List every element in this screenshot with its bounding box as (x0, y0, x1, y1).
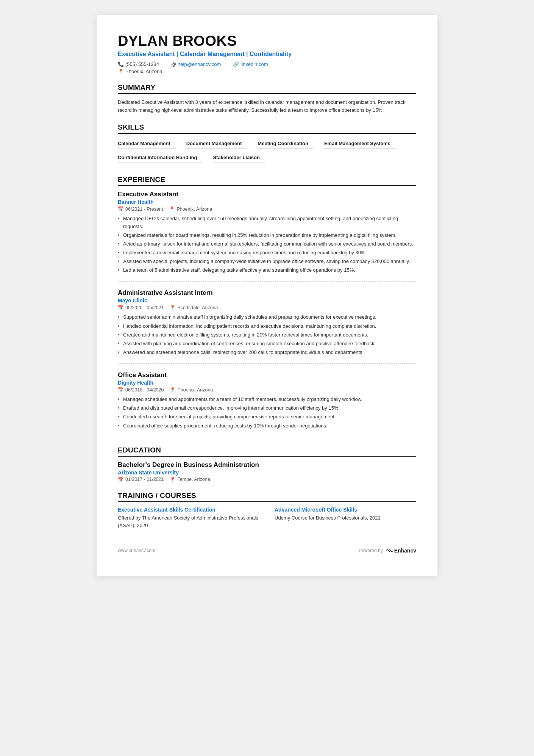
bullet-item: Conducted research for special projects,… (118, 413, 416, 421)
job-meta-1: 📅 05/2020 - 05/2021 📍 Scottsdale, Arizon… (118, 305, 416, 310)
job-title-2: Office Assistant (118, 371, 416, 379)
location-icon-1: 📍 (170, 305, 176, 310)
calendar-icon-2: 📅 (118, 387, 124, 393)
edu-degree-0: Bachelor's Degree in Business Administra… (118, 461, 416, 469)
bullet-item: Organized materials for board meetings, … (118, 232, 416, 239)
candidate-title: Executive Assistant | Calendar Managemen… (118, 51, 416, 58)
job-meta-0: 📅 06/2021 - Present 📍 Phoenix, Arizona (118, 206, 416, 212)
footer-brand: Powered by Enhancv (359, 548, 416, 554)
bullet-item: Assisted with planning and coordination … (118, 340, 416, 347)
enhancv-logo: Enhancv (385, 548, 416, 554)
resume-footer: www.enhancv.com Powered by Enhancv (118, 548, 416, 554)
linkedin-contact: 🔗 linkedin.com (233, 61, 268, 67)
training-course-title-1: Advanced Microsoft Office Skills (275, 507, 416, 513)
company-0: Banner Health (118, 199, 416, 205)
bullet-item: Assisted with special projects, includin… (118, 258, 416, 265)
company-2: Dignity Health (118, 380, 416, 386)
edu-dates-0: 📅 01/2017 - 01/2021 (118, 477, 164, 482)
location-row: 📍 Phoenix, Arizona (118, 69, 416, 74)
bullet-item: Implemented a new email management syste… (118, 249, 416, 257)
bullet-item: Acted as primary liaison for internal an… (118, 240, 416, 248)
job-dates-1: 📅 05/2020 - 05/2021 (118, 305, 164, 310)
bullet-item: Drafted and distributed email correspond… (118, 404, 416, 412)
bullet-item: Answered and screened telephone calls, r… (118, 349, 416, 356)
skills-title: SKILLS (118, 123, 416, 134)
location-pin-icon: 📍 (118, 69, 124, 74)
location-text: Phoenix, Arizona (125, 69, 162, 74)
edu-block-0: Bachelor's Degree in Business Administra… (118, 461, 416, 482)
job-block-2: Office Assistant Dignity Health 📅 06/201… (118, 371, 416, 437)
bullet-item: Managed schedules and appointments for a… (118, 396, 416, 403)
bullet-item: Led a team of 5 administrative staff, de… (118, 266, 416, 274)
job-title-0: Executive Assistant (118, 191, 416, 198)
calendar-icon-1: 📅 (118, 305, 124, 310)
linkedin-url: linkedin.com (240, 61, 268, 67)
resume-header: DYLAN BROOKS Executive Assistant | Calen… (118, 33, 416, 74)
job-location-2: 📍 Phoenix, Arizona (170, 387, 213, 393)
email-icon: @ (171, 61, 176, 67)
company-1: Mayo Clinic (118, 297, 416, 304)
training-desc-1: Udemy Course for Business Professionals,… (275, 514, 416, 522)
job-dates-0: 📅 06/2021 - Present (118, 206, 163, 212)
enhancv-brand-name: Enhancv (394, 548, 416, 554)
bullet-item: Managed CEO's calendar, scheduling over … (118, 215, 416, 230)
calendar-icon-0: 📅 (118, 206, 124, 212)
job-bullets-0: Managed CEO's calendar, scheduling over … (118, 215, 416, 274)
footer-website: www.enhancv.com (118, 548, 155, 553)
skill-item: Document Management (186, 138, 247, 149)
link-icon: 🔗 (233, 61, 239, 67)
email-contact: @ help@enhancv.com (171, 61, 221, 67)
skill-item: Confidential Information Handling (118, 152, 202, 163)
training-section: TRAINING / COURSES Executive Assistant S… (118, 491, 416, 529)
contact-row: 📞 (555) 555-1234 @ help@enhancv.com 🔗 li… (118, 61, 416, 67)
experience-section: EXPERIENCE Executive Assistant Banner He… (118, 175, 416, 437)
job-block-1: Administrative Assistant Intern Mayo Cli… (118, 289, 416, 364)
edu-school-0: Arizona State University (118, 470, 416, 476)
training-grid: Executive Assistant Skills Certification… (118, 507, 416, 529)
powered-by-text: Powered by (359, 548, 383, 553)
training-item-0: Executive Assistant Skills Certification… (118, 507, 259, 529)
training-desc-0: Offered by The American Society of Admin… (118, 514, 259, 529)
skills-grid: Calendar Management Document Management … (118, 138, 416, 166)
email-address: help@enhancv.com (178, 61, 221, 67)
job-location-1: 📍 Scottsdale, Arizona (170, 305, 218, 310)
candidate-name: DYLAN BROOKS (118, 33, 416, 49)
bullet-item: Supported senior administrative staff in… (118, 313, 416, 321)
skill-item: Email Management Systems (324, 138, 396, 149)
training-item-1: Advanced Microsoft Office Skills Udemy C… (275, 507, 416, 529)
location-icon-2: 📍 (170, 387, 176, 393)
skills-section: SKILLS Calendar Management Document Mana… (118, 123, 416, 166)
job-bullets-1: Supported senior administrative staff in… (118, 313, 416, 356)
phone-contact: 📞 (555) 555-1234 (118, 61, 159, 67)
summary-section: SUMMARY Dedicated Executive Assistant wi… (118, 83, 416, 114)
bullet-item: Coordinated office supplies procurement,… (118, 422, 416, 430)
skill-item: Meeting Coordination (258, 138, 314, 149)
training-title: TRAINING / COURSES (118, 491, 416, 502)
education-section: EDUCATION Bachelor's Degree in Business … (118, 446, 416, 482)
job-location-0: 📍 Phoenix, Arizona (169, 206, 212, 212)
job-meta-2: 📅 06/2018 - 04/2020 📍 Phoenix, Arizona (118, 387, 416, 393)
enhancv-logo-icon (385, 548, 393, 553)
location-edu-icon: 📍 (170, 477, 176, 482)
edu-meta-0: 📅 01/2017 - 01/2021 📍 Tempe, Arizona (118, 477, 416, 482)
education-title: EDUCATION (118, 446, 416, 457)
edu-location-0: 📍 Tempe, Arizona (170, 477, 210, 482)
job-block-0: Executive Assistant Banner Health 📅 06/2… (118, 191, 416, 282)
training-course-title-0: Executive Assistant Skills Certification (118, 507, 259, 513)
job-dates-2: 📅 06/2018 - 04/2020 (118, 387, 164, 393)
location-icon-0: 📍 (169, 206, 175, 212)
phone-number: (555) 555-1234 (125, 61, 159, 67)
phone-icon: 📞 (118, 61, 124, 67)
skill-item: Stakeholder Liaison (213, 152, 265, 163)
skill-item: Calendar Management (118, 138, 176, 149)
job-title-1: Administrative Assistant Intern (118, 289, 416, 297)
bullet-item: Created and maintained electronic filing… (118, 331, 416, 339)
job-bullets-2: Managed schedules and appointments for a… (118, 396, 416, 430)
summary-title: SUMMARY (118, 83, 416, 94)
resume-page: DYLAN BROOKS Executive Assistant | Calen… (97, 15, 437, 576)
calendar-edu-icon: 📅 (118, 477, 124, 482)
bullet-item: Handled confidential information, includ… (118, 322, 416, 330)
summary-text: Dedicated Executive Assistant with 3 yea… (118, 99, 416, 114)
experience-title: EXPERIENCE (118, 175, 416, 186)
